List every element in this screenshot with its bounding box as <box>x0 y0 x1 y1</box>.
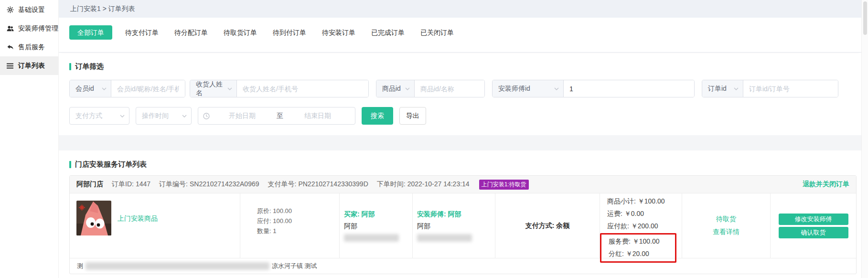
shipping-fee: 运费: ￥0.00 <box>607 207 682 220</box>
tab-pending-payment[interactable]: 待支付订单 <box>125 25 159 40</box>
tab-closed[interactable]: 已关闭订单 <box>420 25 454 40</box>
order-list-title: 门店安装服务订单列表 <box>69 160 857 169</box>
store-name: 阿部门店 <box>76 180 103 189</box>
sidebar-item-order-list[interactable]: 订单列表 <box>0 56 58 75</box>
sidebar-item-label: 基础设置 <box>18 6 45 14</box>
tab-pending-assignment[interactable]: 待分配订单 <box>174 25 208 40</box>
date-range-separator: 至 <box>275 112 285 120</box>
users-icon <box>6 25 14 32</box>
refund-close-order-link[interactable]: 退款并关闭订单 <box>803 180 849 189</box>
order-status-text: 待取货 <box>716 215 736 224</box>
change-installer-button[interactable]: 修改安装师傅 <box>779 214 848 225</box>
filter-section-title-text: 订单筛选 <box>75 62 104 71</box>
tab-pending-installation[interactable]: 待安装订单 <box>322 25 355 40</box>
date-range-picker[interactable]: 开始日期 至 结束日期 <box>198 107 355 125</box>
actions-cell: 修改安装师傅 确认取货 <box>771 193 856 258</box>
breadcrumb-text: 上门安装1 > 订单列表 <box>70 5 135 13</box>
order-number: 订单编号:SN22102714232A0969 <box>159 180 259 189</box>
confirm-pickup-button[interactable]: 确认取货 <box>779 227 848 238</box>
chevron-down-icon <box>554 87 559 90</box>
buyer-cell: 买家: 阿部 阿部 <box>340 193 413 258</box>
original-price: 原价: 100.00 <box>257 206 339 216</box>
date-start-placeholder[interactable]: 开始日期 <box>210 112 275 120</box>
date-end-placeholder[interactable]: 结束日期 <box>285 112 350 120</box>
installer-name: 阿部 <box>417 222 495 231</box>
goods-search-input[interactable] <box>415 80 484 97</box>
sidebar-item-after-sales[interactable]: 售后服务 <box>0 38 58 56</box>
section-accent-bar <box>69 161 71 168</box>
address-prefix: 测 <box>77 262 83 270</box>
breadcrumb: 上门安装1 > 订单列表 <box>59 0 861 18</box>
tab-completed[interactable]: 已完成订单 <box>371 25 405 40</box>
scrollbar-thumb[interactable] <box>863 1 867 35</box>
view-details-link[interactable]: 查看详情 <box>713 228 739 236</box>
pay-method-placeholder: 支付方式 <box>75 112 102 120</box>
order-id-select[interactable]: 订单id <box>702 80 743 97</box>
member-id-select-value: 会员id <box>75 85 94 93</box>
buyer-name: 阿部 <box>344 222 412 231</box>
gear-icon <box>6 6 14 14</box>
chevron-down-icon <box>182 115 187 118</box>
filter-installer: 安装师傅id <box>492 80 695 97</box>
order-search-input[interactable] <box>743 80 838 97</box>
amount-payable: 应付款: ￥200.00 <box>607 220 682 232</box>
address-redacted <box>86 262 269 270</box>
payable-price: 应付: 100.00 <box>257 216 339 226</box>
payment-method-cell: 支付方式: 余额 <box>495 193 600 258</box>
product-name-link[interactable]: 上门安装商品 <box>118 214 158 223</box>
chevron-down-icon <box>227 87 232 90</box>
app-root: 基础设置 安装师傅管理 售后服务 订单列表 上门安装1 > 订单列表 全部订单 <box>0 0 868 278</box>
filter-row-1: 会员id 收货人姓名 商品id <box>69 80 857 97</box>
installer-id-select-value: 安装师傅id <box>498 85 530 93</box>
operation-time-select[interactable]: 操作时间 <box>136 107 192 125</box>
payment-number-value: PN221027142330399D <box>298 180 368 188</box>
goods-subtotal: 商品小计: ￥100.00 <box>607 195 682 207</box>
service-fee: 服务费: ￥100.00 <box>609 235 675 247</box>
goods-id-select[interactable]: 商品id <box>376 80 415 97</box>
quantity: 数量: 1 <box>257 226 339 236</box>
section-accent-bar <box>69 63 71 70</box>
order-card-header: 阿部门店 订单ID:1447 订单编号:SN22102714232A0969 支… <box>70 176 856 193</box>
payment-method: 支付方式: 余额 <box>525 222 570 230</box>
order-status-tabs: 全部订单 待支付订单 待分配订单 待取货订单 待到付订单 待安装订单 已完成订单… <box>59 18 861 53</box>
buyer-title: 买家: 阿部 <box>344 210 412 219</box>
payment-number: 支付单号:PN221027142330399D <box>268 180 368 189</box>
order-card: 阿部门店 订单ID:1447 订单编号:SN22102714232A0969 支… <box>69 175 857 274</box>
export-button[interactable]: 导出 <box>399 107 426 125</box>
order-time-label: 下单时间: <box>377 180 406 188</box>
order-number-label: 订单编号: <box>159 180 188 188</box>
annotation-red-box: 服务费: ￥100.00 分红: ￥20.00 <box>600 233 676 263</box>
tab-pending-cod[interactable]: 待到付订单 <box>273 25 306 40</box>
sidebar-item-installer-management[interactable]: 安装师傅管理 <box>0 19 58 38</box>
address-suffix: 凉水河子镇 测试 <box>272 262 317 270</box>
member-id-select[interactable]: 会员id <box>70 80 111 97</box>
operation-time-placeholder: 操作时间 <box>142 112 169 120</box>
list-icon <box>6 62 14 70</box>
order-card-body: 上门安装商品 原价: 100.00 应付: 100.00 数量: 1 买家: 阿… <box>70 193 856 258</box>
filter-row-2: 支付方式 操作时间 开始日期 至 结束日期 搜索 导出 <box>69 107 857 125</box>
consignee-select[interactable]: 收货人姓名 <box>190 80 237 97</box>
installer-search-input[interactable] <box>564 80 694 97</box>
filter-member: 会员id <box>69 80 185 97</box>
consignee-search-input[interactable] <box>237 80 368 97</box>
member-search-input[interactable] <box>111 80 185 97</box>
pay-method-select[interactable]: 支付方式 <box>69 107 129 125</box>
main-content: 上门安装1 > 订单列表 全部订单 待支付订单 待分配订单 待取货订单 待到付订… <box>59 0 861 278</box>
installer-id-select[interactable]: 安装师傅id <box>493 80 564 97</box>
reply-icon <box>6 43 14 51</box>
amounts-cell: 商品小计: ￥100.00 运费: ￥0.00 应付款: ￥200.00 服务费… <box>600 193 682 258</box>
order-list-title-text: 门店安装服务订单列表 <box>75 160 147 169</box>
installer-phone-redacted <box>417 234 472 242</box>
tab-all-orders[interactable]: 全部订单 <box>69 25 112 40</box>
product-image <box>76 201 111 235</box>
tab-pending-pickup[interactable]: 待取货订单 <box>224 25 257 40</box>
goods-id-select-value: 商品id <box>382 85 401 93</box>
filter-consignee: 收货人姓名 <box>190 80 369 97</box>
clock-icon <box>203 113 210 119</box>
search-button[interactable]: 搜索 <box>362 107 393 125</box>
status-badge: 上门安装1:待取货 <box>479 180 529 190</box>
order-time: 下单时间:2022-10-27 14:23:14 <box>377 180 470 189</box>
order-card-footer: 测 凉水河子镇 测试 <box>70 258 856 274</box>
sidebar-item-basic-settings[interactable]: 基础设置 <box>0 0 58 19</box>
filter-section: 订单筛选 会员id 收货人姓名 <box>59 53 861 135</box>
